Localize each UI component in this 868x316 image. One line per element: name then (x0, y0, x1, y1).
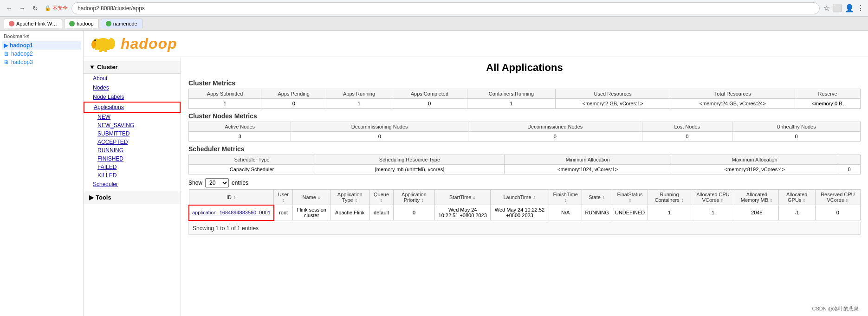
app-priority: 0 (393, 205, 435, 220)
th-queue: Queue ⇕ (369, 190, 393, 205)
sidebar-item-hadoop3[interactable]: 🗎 hadoop3 (2, 58, 81, 66)
tab-namenode-icon (106, 21, 111, 26)
app-id-cell: application_1684894883560_0001 (189, 205, 274, 220)
browser-actions: ☆ ⬜ 👤 ⋮ (823, 4, 864, 13)
cnm-header-unhealthy: Unhealthy Nodes (732, 122, 861, 132)
forward-button[interactable]: → (17, 3, 28, 14)
cm-header-containers: Containers Running (467, 89, 556, 99)
nav-failed[interactable]: FAILED (84, 163, 181, 171)
cm-header-submitted: Apps Submitted (189, 89, 261, 99)
cnm-val-unhealthy: 0 (732, 132, 861, 142)
left-nav: ▼ Cluster About Nodes Node Labels Applic… (84, 57, 181, 316)
sidebar-item-hadoop2[interactable]: 🗎 hadoop2 (2, 50, 81, 58)
nav-accepted[interactable]: ACCEPTED (84, 138, 181, 146)
profile-icon[interactable]: 👤 (845, 4, 854, 13)
th-start-time: StartTime ⇕ (435, 190, 491, 205)
sidebar-item-hadoop1[interactable]: ▶ hadoop1 (2, 41, 81, 50)
tab-namenode[interactable]: namenode (101, 19, 143, 28)
app-reserved-cpu: 0 (815, 205, 860, 220)
nav-applications[interactable]: Applications (84, 102, 181, 113)
queue-sort-icon: ⇕ (380, 199, 383, 203)
nav-scheduler[interactable]: Scheduler (84, 180, 181, 189)
sidebar-hadoop2-icon: 🗎 (4, 51, 9, 57)
svg-point-3 (94, 39, 96, 41)
nav-new[interactable]: NEW (84, 113, 181, 121)
svg-rect-8 (95, 47, 97, 50)
window-icon[interactable]: ⬜ (833, 4, 842, 13)
nav-new-saving[interactable]: NEW_SAVING (84, 121, 181, 129)
sm-header-min: Minimum Allocation (504, 155, 671, 165)
security-icon: 🔒 不安全 (45, 5, 68, 12)
reload-button[interactable]: ↻ (30, 3, 41, 14)
cm-val-completed: 0 (392, 99, 467, 109)
nav-running[interactable]: RUNNING (84, 146, 181, 155)
app-state: RUNNING (582, 205, 612, 220)
tab-namenode-label: namenode (113, 21, 137, 26)
nav-nodes[interactable]: Nodes (84, 83, 181, 92)
app-alloc-cpu: 1 (691, 205, 735, 220)
back-button[interactable]: ← (4, 3, 15, 14)
menu-icon[interactable]: ⋮ (857, 4, 864, 13)
svg-rect-7 (108, 47, 110, 50)
browser-sidebar: Bookmarks ▶ hadoop1 🗎 hadoop2 🗎 hadoop3 (0, 31, 84, 316)
browser-bar: ← → ↻ 🔒 不安全 ☆ ⬜ 👤 ⋮ (0, 0, 868, 17)
tab-bar: Apache Flink W… hadoop namenode (0, 17, 868, 31)
app-alloc-memory: 2048 (735, 205, 779, 220)
app-final-status: UNDEFINED (612, 205, 648, 220)
star-icon[interactable]: ☆ (823, 4, 830, 13)
th-launch-time: LaunchTime ⇕ (490, 190, 549, 205)
sm-header-extra (838, 155, 860, 165)
tab-hadoop-label: hadoop (77, 21, 94, 26)
address-bar[interactable] (71, 2, 820, 14)
hadoop-elephant-logo (89, 34, 117, 53)
entries-select[interactable]: 10 20 50 100 (205, 178, 229, 187)
cluster-metrics-row: 1 0 1 0 1 <memory:2 GB, vCores:1> <memor… (189, 99, 861, 109)
sm-val-resource-type: [memory-mb (unit=Mi), vcores] (315, 165, 505, 174)
application-row[interactable]: application_1684894883560_0001 root Flin… (189, 205, 861, 220)
containers-sort-icon: ⇕ (681, 199, 684, 203)
svg-rect-5 (99, 48, 102, 52)
th-alloc-cpu: Allocated CPU VCores ⇕ (691, 190, 735, 205)
th-alloc-gpus: Allocated GPUs ⇕ (778, 190, 815, 205)
tools-arrow-icon: ▶ (89, 194, 94, 201)
nav-about[interactable]: About (84, 74, 181, 83)
cnm-header-decommissioning: Decommissioning Nodes (291, 122, 468, 132)
user-sort-icon: ⇕ (282, 199, 285, 203)
cm-val-pending: 0 (261, 99, 326, 109)
nav-finished[interactable]: FINISHED (84, 155, 181, 163)
app-running-containers: 1 (648, 205, 691, 220)
th-app-type: Application Type ⇕ (330, 190, 369, 205)
show-label: Show (188, 180, 202, 186)
cnm-val-decommissioning: 0 (291, 132, 468, 142)
tab-hadoop[interactable]: hadoop (64, 19, 99, 28)
nav-killed[interactable]: KILLED (84, 171, 181, 180)
cm-header-total: Total Resources (670, 89, 795, 99)
tab-hadoop-icon (69, 21, 75, 26)
reserved-sort-icon: ⇕ (845, 199, 849, 203)
cluster-arrow-icon: ▼ (89, 64, 95, 71)
sm-val-min: <memory:1024, vCores:1> (504, 165, 671, 174)
sidebar-hadoop2-label: hadoop2 (11, 51, 33, 57)
th-finish-time: FinishTime ⇕ (549, 190, 582, 205)
tab-flink-label: Apache Flink W… (16, 21, 57, 26)
applications-table: ID ⇕ User ⇕ Name ⇕ Application Type ⇕ Qu… (188, 189, 861, 221)
cnm-header-lost: Lost Nodes (642, 122, 732, 132)
scheduler-metrics-title: Scheduler Metrics (188, 145, 861, 153)
tools-section-header[interactable]: ▶ Tools (84, 191, 181, 204)
tab-flink[interactable]: Apache Flink W… (4, 19, 62, 28)
cnm-header-decommissioned: Decommissioned Nodes (468, 122, 642, 132)
cnm-val-lost: 0 (642, 132, 732, 142)
cluster-nodes-metrics-title: Cluster Nodes Metrics (188, 112, 861, 120)
show-entries-control: Show 10 20 50 100 entries (188, 178, 861, 187)
cpu-sort-icon: ⇕ (720, 199, 724, 203)
th-id: ID ⇕ (189, 190, 274, 205)
sidebar-hadoop3-icon: 🗎 (4, 59, 9, 65)
cm-header-completed: Apps Completed (392, 89, 467, 99)
nav-submitted[interactable]: SUBMITTED (84, 129, 181, 138)
finalstatus-sort-icon: ⇕ (628, 199, 632, 203)
nav-node-labels[interactable]: Node Labels (84, 92, 181, 102)
cnm-header-active: Active Nodes (189, 122, 291, 132)
app-id-link[interactable]: application_1684894883560_0001 (192, 210, 271, 215)
cluster-section-header[interactable]: ▼ Cluster (84, 61, 181, 74)
starttime-sort-icon: ⇕ (473, 196, 476, 200)
